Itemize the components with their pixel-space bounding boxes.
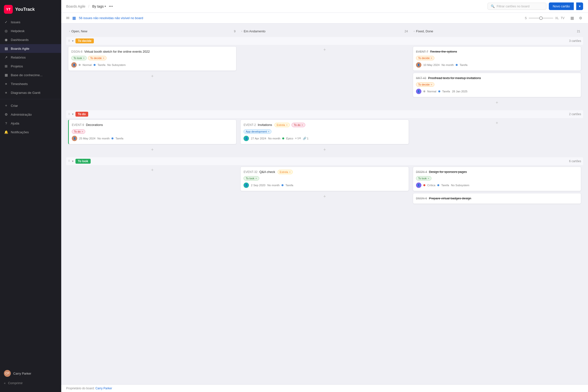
add-card-to-decide-fixed-done[interactable]: +: [413, 99, 581, 106]
collapse-fixed-done-icon[interactable]: ‹: [414, 30, 414, 32]
chip-app-dev-event2[interactable]: App development ×: [244, 129, 272, 134]
diagramas-icon: ≡: [4, 90, 8, 95]
chip-to-look[interactable]: To look ×: [71, 56, 87, 60]
type-dot-event7: [456, 64, 458, 66]
issues-count-text: 56 issues não resolvidas não visível no …: [79, 16, 143, 20]
priority-dot-mkt43: [423, 90, 425, 92]
admin-icon: ⚙: [4, 112, 8, 116]
user-profile[interactable]: CP Carry Parker: [0, 368, 61, 379]
sidebar-item-helpdesk[interactable]: ◎ Helpdesk: [0, 26, 61, 35]
swimlane-to-look-count: 6 cartões: [569, 160, 581, 163]
add-card-to-decide-open-new[interactable]: +: [68, 73, 236, 80]
sidebar-label-relatorios: Relatórios: [11, 56, 26, 59]
card-meta-event9: 👤 25 May 2024 No month Tarefa: [72, 136, 233, 141]
compress-btn[interactable]: « Comprimir: [0, 379, 61, 387]
card-title-event9: Decorations: [86, 123, 103, 127]
swimlane-to-look: ⠿ ▾ To look 6 cartões + EVENT-32: [66, 157, 583, 206]
more-options-btn[interactable]: •••: [109, 4, 113, 8]
sidebar-label-admin: Administração: [11, 113, 32, 116]
column-fixed-done-label: Fixed, Done: [416, 30, 433, 33]
filter-by-tags-btn[interactable]: By tags ▾: [92, 4, 106, 8]
to-decide-em-andamento-col: +: [238, 46, 410, 106]
chip-to-decide-event7[interactable]: To decide ×: [416, 56, 435, 60]
chip-to-look-event32[interactable]: To look ×: [244, 176, 259, 180]
sidebar-item-boards-agile[interactable]: ▤ Boards Agile: [0, 44, 61, 53]
card-tags-event7: To decide ×: [416, 56, 578, 60]
card-tags-dsgn8: To look × To decide ×: [71, 56, 233, 60]
sidebar-item-issues[interactable]: ✓ Issues: [0, 18, 61, 26]
type-dot-event2: [282, 138, 284, 140]
swimlane-drag-handle-todo[interactable]: ⠿: [68, 113, 70, 116]
column-open-new: ‹ Open, New 9: [66, 28, 238, 37]
size-slider[interactable]: S XL TV: [525, 16, 564, 20]
swimlane-drag-handle[interactable]: ⠿: [68, 40, 70, 43]
chip-todo-event2[interactable]: To do ×: [292, 123, 305, 127]
swimlane-collapse-to-do-btn[interactable]: ▾: [72, 112, 74, 116]
card-id-event32: EVENT-32: [244, 170, 258, 174]
novo-cartao-button[interactable]: Novo cartão: [549, 2, 574, 10]
slider-track[interactable]: [529, 18, 553, 18]
column-em-andamento-label: Em Andamento: [244, 30, 266, 33]
chip-estrela-event32[interactable]: Estrela ×: [278, 170, 293, 174]
swimlane-to-look-columns: + EVENT-32 Q&A check Estrela × To look ×: [66, 166, 583, 206]
chip-estrela-event2[interactable]: Estrela ×: [274, 123, 290, 127]
novo-cartao-dropdown-button[interactable]: ▾: [576, 2, 583, 10]
card-tags-event2: App development ×: [244, 129, 406, 134]
filter-label: By tags: [92, 4, 104, 8]
meta-normal-dsgn8: Normal: [82, 64, 92, 66]
swimlane-collapse-to-look-btn[interactable]: ▾: [72, 160, 74, 163]
breadcrumb-boards[interactable]: Boards Agile: [66, 4, 86, 8]
column-fixed-done: ‹ Fixed, Done 21: [411, 28, 583, 37]
chip-to-decide[interactable]: To decide ×: [88, 56, 106, 60]
chip-to-decide-mkt43[interactable]: To decide ×: [416, 82, 435, 87]
base-icon: ▦: [4, 73, 8, 77]
collapse-open-new-icon[interactable]: ‹: [69, 30, 70, 32]
sidebar-label-boards: Boards Agile: [11, 47, 30, 50]
card-meta-event7: 👤 10 May 2024 No month Tarefa: [416, 62, 578, 68]
chip-to-look-dsgn4[interactable]: To look ×: [416, 176, 432, 180]
card-id-event7: EVENT-7: [416, 50, 428, 54]
search-box[interactable]: 🔍 Filtrar cartões no board: [488, 3, 546, 10]
bar-chart-icon: ▦: [72, 16, 76, 20]
add-card-to-do-open-new[interactable]: +: [68, 146, 236, 153]
add-card-to-look-em-andamento[interactable]: +: [240, 193, 409, 200]
sidebar-item-projetos[interactable]: ⊞ Projetos: [0, 62, 61, 70]
column-fixed-done-count: 21: [577, 30, 580, 33]
board-columns-header: ‹ Open, New 9 ‹ Em Andamento 24: [66, 28, 583, 37]
add-card-to-do-fixed-done[interactable]: +: [413, 120, 581, 127]
slider-thumb[interactable]: [539, 16, 543, 20]
add-card-to-decide-em-andamento[interactable]: +: [240, 46, 409, 54]
meta-tarefa-event7: Tarefa: [460, 64, 468, 66]
sidebar-item-dashboards[interactable]: ◉ Dashboards: [0, 35, 61, 44]
compress-label: Comprimir: [8, 381, 23, 385]
swimlane-collapse-to-decide-btn[interactable]: ▾: [72, 39, 74, 43]
add-card-to-look-open-new[interactable]: +: [68, 166, 236, 174]
sidebar-item-admin[interactable]: ⚙ Administração: [0, 110, 61, 119]
sidebar-item-base[interactable]: ▦ Base de conhecime...: [0, 70, 61, 80]
column-em-andamento: ‹ Em Andamento 24: [238, 28, 410, 37]
search-icon: 🔍: [491, 4, 495, 8]
sidebar-item-relatorios[interactable]: ↗ Relatórios: [0, 53, 61, 62]
sidebar-item-criar[interactable]: + Criar: [0, 101, 61, 110]
add-card-to-do-em-andamento[interactable]: +: [240, 146, 409, 153]
to-look-fixed-done-col: DSGN-4 Design for sponsors pages To look…: [411, 166, 583, 206]
settings-icon[interactable]: ⚙: [578, 15, 583, 21]
sidebar-label-ajuda: Ajuda: [11, 122, 19, 125]
card-event-32: EVENT-32 Q&A check Estrela × To look × 👤…: [240, 166, 409, 191]
topbar: Boards Agile / By tags ▾ ••• 🔍 Filtrar c…: [61, 0, 588, 13]
user-name: Carry Parker: [13, 372, 31, 375]
column-header-em-andamento: ‹ Em Andamento 24: [240, 28, 409, 35]
sidebar-item-timesheets[interactable]: ≡ Timesheets: [0, 80, 61, 88]
sidebar-label-helpdesk: Helpdesk: [11, 29, 24, 33]
sidebar-label-criar: Criar: [11, 104, 18, 108]
chip-to-do-event9[interactable]: To do ×: [72, 129, 85, 134]
bar-chart-view-icon[interactable]: ▦: [570, 15, 575, 21]
sidebar-item-ajuda[interactable]: ? Ajuda: [0, 119, 61, 128]
priority-dot-dsgn4: [423, 184, 425, 186]
footer-owner-link[interactable]: Carry Parker: [95, 386, 112, 390]
sidebar-item-notificacoes[interactable]: 🔔 Notificações: [0, 128, 61, 136]
sidebar-item-diagramas[interactable]: ≡ Diagramas de Gantt: [0, 88, 61, 97]
swimlane-drag-handle-tolook[interactable]: ⠿: [68, 160, 70, 163]
avatar-event9: 👤: [72, 136, 77, 141]
collapse-em-andamento-icon[interactable]: ‹: [241, 30, 242, 32]
